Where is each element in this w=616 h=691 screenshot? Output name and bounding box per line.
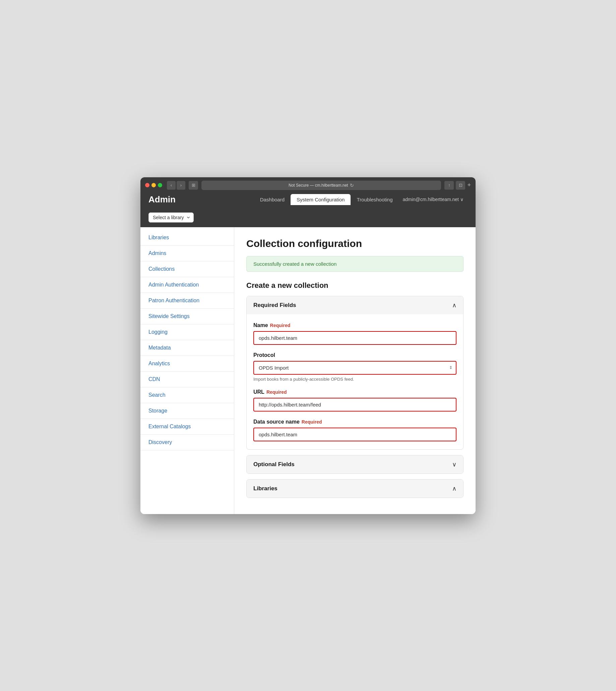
address-text: Not Secure — cm.hilbertteam.net [289,183,348,188]
libraries-section-title: Libraries [254,485,278,492]
sidebar-item-admins[interactable]: Admins [140,246,234,261]
protocol-label: Protocol [254,352,457,358]
sidebar-item-storage[interactable]: Storage [140,403,234,419]
main-layout: Libraries Admins Collections Admin Authe… [140,227,476,514]
name-input[interactable] [254,331,457,345]
sidebar-item-search[interactable]: Search [140,387,234,403]
sidebar-item-cdn[interactable]: CDN [140,372,234,387]
user-email: admin@cm.hilbertteam.net [402,197,459,202]
browser-actions: ↑ ⊡ + [444,181,471,190]
data-source-name-required-badge: Required [302,419,322,425]
back-button[interactable]: ‹ [167,181,176,190]
url-input[interactable] [254,398,457,411]
required-fields-section: Required Fields ∧ Name Required [246,296,463,450]
user-menu[interactable]: admin@cm.hilbertteam.net ∨ [398,194,467,205]
success-message: Successfully created a new collection [254,261,336,267]
app-header: Admin Dashboard System Configuration Tro… [140,190,476,209]
browser-chrome: ‹ › ⊞ Not Secure — cm.hilbertteam.net ↻ … [140,177,476,190]
nav-troubleshooting[interactable]: Troubleshooting [351,194,398,205]
url-label: URL Required [254,389,457,395]
user-menu-chevron: ∨ [460,197,463,202]
close-traffic-light[interactable] [145,183,150,187]
data-source-name-label-text: Data source name [254,419,300,425]
sidebar-item-sitewide-settings[interactable]: Sitewide Settings [140,309,234,325]
protocol-field: Protocol OPDS Import Overdrive Bibliothe… [254,352,457,382]
browser-window: ‹ › ⊞ Not Secure — cm.hilbertteam.net ↻ … [140,177,476,514]
sidebar-item-collections[interactable]: Collections [140,261,234,277]
name-label-text: Name [254,322,268,328]
app-nav: Dashboard System Configuration Troublesh… [254,194,399,205]
tab-button[interactable]: ⊞ [189,181,198,190]
name-field: Name Required [254,322,457,345]
sidebar-item-metadata[interactable]: Metadata [140,340,234,356]
sidebar-item-external-catalogs[interactable]: External Catalogs [140,419,234,434]
libraries-chevron-icon: ∧ [452,485,457,492]
reload-button[interactable]: ↻ [350,183,354,188]
sidebar-item-discovery[interactable]: Discovery [140,434,234,450]
forward-button[interactable]: › [177,181,185,190]
nav-arrows: ‹ › [167,181,185,190]
required-fields-title: Required Fields [254,302,296,309]
sidebar-item-logging[interactable]: Logging [140,325,234,340]
optional-fields-header[interactable]: Optional Fields ∨ [247,455,463,473]
add-button[interactable]: + [467,182,471,189]
data-source-name-input[interactable] [254,428,457,441]
data-source-name-field: Data source name Required [254,419,457,441]
optional-fields-chevron-icon: ∨ [452,461,457,468]
libraries-section-header[interactable]: Libraries ∧ [247,480,463,498]
library-selector-row: Select a library [140,209,476,227]
protocol-hint: Import books from a publicly-accessible … [254,377,457,382]
browser-titlebar: ‹ › ⊞ Not Secure — cm.hilbertteam.net ↻ … [145,181,471,190]
required-fields-header[interactable]: Required Fields ∧ [247,296,463,314]
library-select[interactable]: Select a library [149,213,194,223]
optional-fields-title: Optional Fields [254,461,294,468]
name-label: Name Required [254,322,457,328]
new-tab-button[interactable]: ⊡ [456,181,465,190]
sidebar-item-libraries[interactable]: Libraries [140,230,234,246]
name-required-badge: Required [270,323,291,328]
app-logo: Admin [149,194,176,205]
nav-system-configuration[interactable]: System Configuration [291,194,351,205]
sidebar-item-patron-authentication[interactable]: Patron Authentication [140,293,234,309]
required-fields-chevron-icon: ∧ [452,302,457,309]
nav-dashboard[interactable]: Dashboard [254,194,291,205]
maximize-traffic-light[interactable] [158,183,162,187]
data-source-name-label: Data source name Required [254,419,457,425]
share-button[interactable]: ↑ [444,181,454,190]
optional-fields-section: Optional Fields ∨ [246,455,463,474]
sidebar: Libraries Admins Collections Admin Authe… [140,227,234,514]
minimize-traffic-light[interactable] [152,183,156,187]
address-bar[interactable]: Not Secure — cm.hilbertteam.net ↻ [201,181,441,190]
sidebar-item-admin-authentication[interactable]: Admin Authentication [140,277,234,293]
url-required-badge: Required [266,389,287,395]
success-banner: Successfully created a new collection [246,256,463,272]
libraries-section: Libraries ∧ [246,479,463,498]
protocol-select-wrapper: OPDS Import Overdrive Bibliotheca Axis 3… [254,361,457,375]
url-field: URL Required [254,389,457,411]
protocol-label-text: Protocol [254,352,275,358]
form-title: Create a new collection [246,281,463,290]
page-title: Collection configuration [246,238,463,249]
required-fields-body: Name Required Protocol OPDS Import [247,314,463,449]
url-label-text: URL [254,389,264,395]
traffic-lights [145,183,162,187]
protocol-select[interactable]: OPDS Import Overdrive Bibliotheca Axis 3… [254,361,457,375]
sidebar-item-analytics[interactable]: Analytics [140,356,234,372]
content: Collection configuration Successfully cr… [234,227,476,514]
